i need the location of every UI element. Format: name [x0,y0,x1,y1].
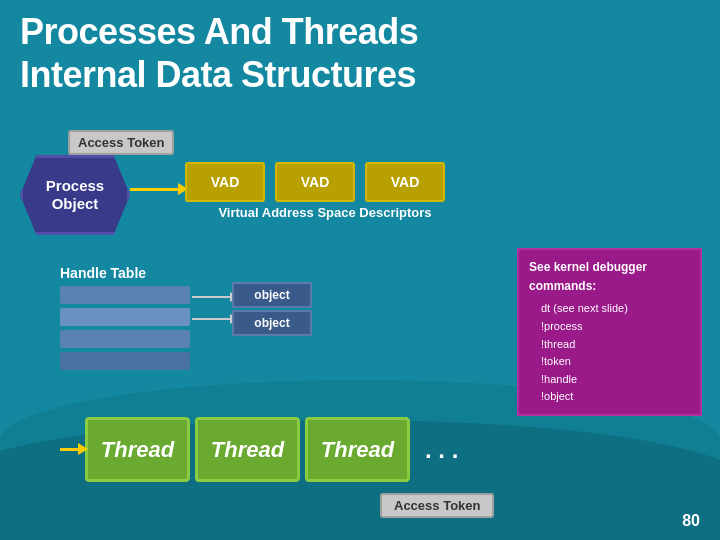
kernel-info-box: See kernel debugger commands: dt (see ne… [517,248,702,416]
process-object-container: ProcessObject [20,155,130,235]
vad-container: VAD VAD VAD [185,162,445,202]
handle-table-rows [60,286,190,370]
handle-row-3 [60,330,190,348]
process-object-hex: ProcessObject [20,155,130,235]
thread-box-1: Thread [85,417,190,482]
handle-arrow-2 [192,318,232,320]
process-to-vad-arrow [130,188,180,191]
kernel-cmd-dt: dt (see next slide) [541,300,690,318]
object-box-1: object [232,282,312,308]
title-line2: Internal Data Structures [20,54,416,95]
kernel-cmd-process: !process [541,318,690,336]
thread-box-2: Thread [195,417,300,482]
vad-description: Virtual Address Space Descriptors [185,205,465,220]
thread-dots: . . . [425,436,458,464]
thread-box-3: Thread [305,417,410,482]
handle-table-section: Handle Table [60,265,190,370]
kernel-cmd-object: !object [541,388,690,406]
title-line1: Processes And Threads [20,11,418,52]
kernel-info-commands: dt (see next slide) !process !thread !to… [529,300,690,406]
slide-title: Processes And Threads Internal Data Stru… [20,10,700,96]
handle-row-1 [60,286,190,304]
access-token-badge-top: Access Token [68,130,174,155]
access-token-badge-bottom: Access Token [380,493,494,518]
vad-box-1: VAD [185,162,265,202]
vad-box-3: VAD [365,162,445,202]
handle-row-4 [60,352,190,370]
vad-box-2: VAD [275,162,355,202]
kernel-cmd-token: !token [541,353,690,371]
kernel-info-title: See kernel debugger commands: [529,258,690,296]
thread-container: Thread Thread Thread . . . [60,417,458,482]
title-area: Processes And Threads Internal Data Stru… [20,10,700,96]
handle-row-2 [60,308,190,326]
page-number: 80 [682,512,700,530]
handle-table-label: Handle Table [60,265,190,281]
kernel-cmd-thread: !thread [541,336,690,354]
object-box-2: object [232,310,312,336]
slide: Processes And Threads Internal Data Stru… [0,0,720,540]
handle-arrow-1 [192,296,232,298]
thread-arrow [60,448,80,451]
kernel-cmd-handle: !handle [541,371,690,389]
